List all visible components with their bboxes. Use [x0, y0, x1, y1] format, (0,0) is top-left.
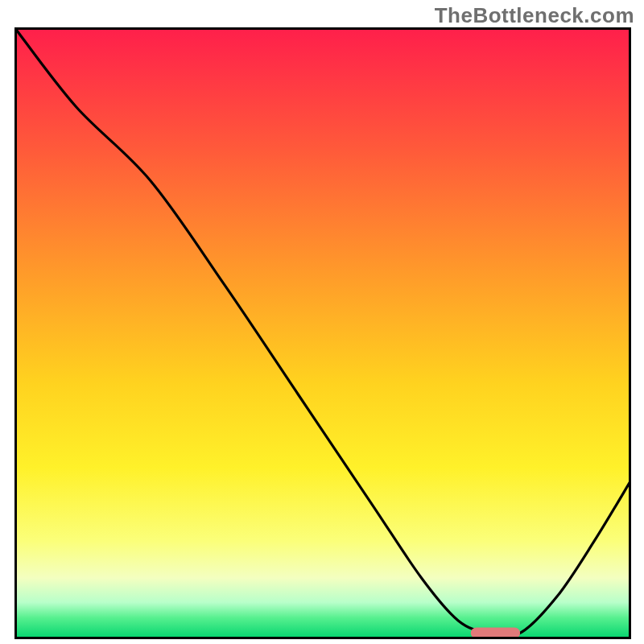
gradient-background — [14, 27, 631, 639]
chart-frame: TheBottleneck.com — [0, 0, 644, 644]
bottleneck-chart — [14, 27, 631, 639]
watermark-text: TheBottleneck.com — [435, 3, 634, 28]
chart-svg — [14, 27, 631, 639]
